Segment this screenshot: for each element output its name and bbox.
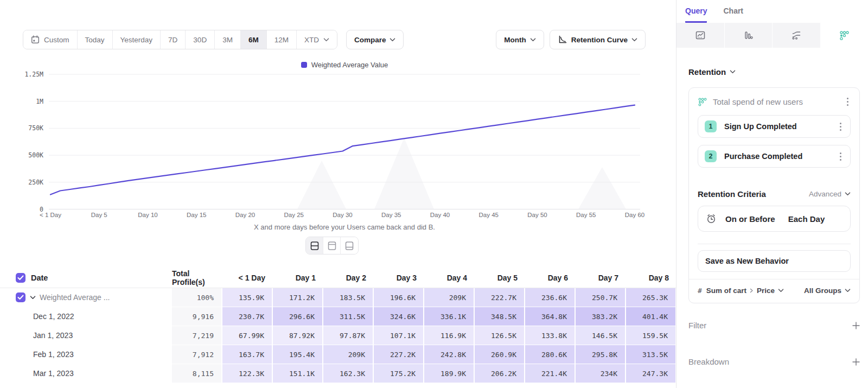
table-row[interactable]: Jan 1, 20237,21967.99K87.92K97.87K107.1K… (0, 326, 677, 345)
retention-value-cell: 348.5K (475, 307, 525, 326)
range-7d[interactable]: 7D (161, 30, 186, 49)
range-custom[interactable]: Custom (23, 30, 78, 49)
retention-line (50, 105, 635, 195)
breakdown-section: Breakdown (688, 357, 860, 366)
tab-retention[interactable] (821, 23, 868, 48)
all-groups-dropdown[interactable]: All Groups (804, 287, 851, 295)
retention-section-dropdown[interactable]: Retention (688, 67, 860, 77)
y-tick-label: 1.25M (24, 71, 43, 78)
table-row[interactable]: Feb 1, 20237,912163.7K195.4K209K227.2K24… (0, 345, 677, 364)
column-header: Day 4 (424, 273, 475, 282)
column-header: Day 7 (576, 273, 626, 282)
row-checkbox[interactable] (16, 273, 25, 283)
property-dropdown[interactable]: Sum of cart Price (706, 287, 784, 295)
watermark-triangle (374, 138, 434, 209)
advanced-dropdown[interactable]: Advanced (809, 190, 851, 198)
filter-section: Filter (688, 321, 860, 330)
chevron-down-icon (323, 38, 329, 42)
filter-label: Filter (688, 321, 706, 330)
tab-funnels[interactable] (725, 23, 773, 48)
add-filter-button[interactable] (852, 322, 860, 329)
chart-type-button[interactable]: Retention Curve (550, 30, 646, 49)
retention-value-cell: 151.1K (273, 364, 323, 383)
range-label: 7D (168, 36, 177, 44)
granularity-button[interactable]: Month (496, 30, 544, 49)
row-expand-chevron[interactable] (25, 288, 40, 307)
sidebar-tabs: Query Chart (676, 0, 868, 23)
insights-icon (695, 30, 706, 41)
kebab-menu-icon[interactable] (845, 96, 851, 108)
retention-table: DateTotal Profile(s)< 1 DayDay 1Day 2Day… (0, 268, 677, 383)
legend-swatch (301, 62, 307, 68)
header-checkbox-cell (0, 273, 25, 283)
row-date-label: Jan 1, 2023 (33, 326, 172, 345)
step-row-purchase[interactable]: 2 Purchase Completed (698, 145, 851, 168)
query-sidebar: Query Chart Retention (676, 0, 868, 388)
range-label: 3M (222, 36, 233, 44)
row-date-label: Mar 1, 2023 (33, 364, 172, 383)
step-row-sign-up[interactable]: 1 Sign Up Completed (698, 115, 851, 138)
section-label: Retention (688, 67, 726, 77)
tab-chart[interactable]: Chart (723, 7, 743, 23)
retention-value-cell: 295.8K (576, 345, 626, 364)
save-as-new-behavior-button[interactable]: Save as New Behavior (698, 250, 851, 272)
chart-legend: Weighted Average Value (49, 61, 640, 69)
watermark-triangle (578, 167, 626, 209)
each-day-value: Each Day (788, 214, 825, 224)
retention-value-cell: 296.6K (273, 307, 323, 326)
retention-dots-icon (698, 97, 707, 107)
add-breakdown-button[interactable] (852, 358, 860, 366)
y-tick-label: 750K (28, 124, 43, 132)
range-3m[interactable]: 3M (215, 30, 241, 49)
chevron-down-icon (631, 38, 637, 42)
tab-insights[interactable] (676, 23, 725, 48)
range-30d[interactable]: 30D (186, 30, 215, 49)
column-header: Day 5 (475, 273, 525, 282)
table-row[interactable]: Dec 1, 20229,916230.7K296.6K311.5K324.6K… (0, 307, 677, 326)
range-today[interactable]: Today (78, 30, 113, 49)
range-label: 30D (193, 36, 207, 44)
retention-curve-chart[interactable]: 0250K500K750K1M1.25M< 1 DayDay 5Day 10Da… (0, 59, 677, 221)
retention-value-cell: 209K (424, 288, 475, 307)
on-or-before-row[interactable]: On or Before Each Day (698, 206, 851, 232)
tab-query[interactable]: Query (685, 7, 707, 23)
on-or-before-label: On or Before (725, 214, 775, 224)
retention-value-cell: 135.9K (222, 288, 273, 307)
chevron-down-icon (530, 38, 536, 42)
retention-value-cell: 236.6K (525, 288, 576, 307)
retention-value-cell: 324.6K (374, 307, 424, 326)
row-checkbox[interactable] (16, 292, 25, 302)
kebab-menu-icon[interactable] (838, 150, 844, 163)
table-view-button[interactable] (341, 237, 358, 254)
total-profiles-cell: 100% (172, 288, 222, 307)
retention-value-cell: 364.8K (525, 307, 576, 326)
range-yesterday[interactable]: Yesterday (113, 30, 161, 49)
tab-flows[interactable] (773, 23, 821, 48)
chevron-down-icon (730, 70, 736, 74)
behavior-title: Total spend of new users (713, 97, 839, 106)
retention-value-cell: 116.9K (424, 326, 475, 345)
split-view-button[interactable] (306, 237, 323, 254)
row-date-label: Weighted Average ... (40, 288, 172, 307)
table-row[interactable]: Weighted Average ...100%135.9K171.2K183.… (0, 288, 677, 307)
table-row[interactable]: Mar 1, 20238,115122.3K151.1K162.3K175.2K… (0, 364, 677, 383)
range-label: Yesterday (120, 36, 153, 44)
retention-value-cell: 196.6K (374, 288, 424, 307)
range-6m[interactable]: 6M (241, 30, 267, 49)
x-tick-label: Day 40 (430, 212, 450, 218)
kebab-menu-icon[interactable] (838, 120, 844, 133)
watermark-triangle (297, 161, 346, 209)
report-type-tabs (676, 23, 868, 48)
chart-view-button[interactable] (323, 237, 341, 254)
range-xtd[interactable]: XTD (297, 30, 337, 49)
range-12m[interactable]: 12M (267, 30, 297, 49)
compare-button[interactable]: Compare (346, 30, 404, 49)
behavior-card-header: Total spend of new users (698, 96, 851, 108)
retention-value-cell: 250.7K (576, 288, 626, 307)
retention-value-cell: 234K (576, 364, 626, 383)
chevron-down-icon (845, 289, 851, 292)
retention-value-cell: 159.5K (626, 326, 676, 345)
save-as-new-behavior-label: Save as New Behavior (705, 257, 789, 265)
retention-curve-icon (558, 35, 567, 44)
chart-type-label: Retention Curve (571, 36, 628, 44)
